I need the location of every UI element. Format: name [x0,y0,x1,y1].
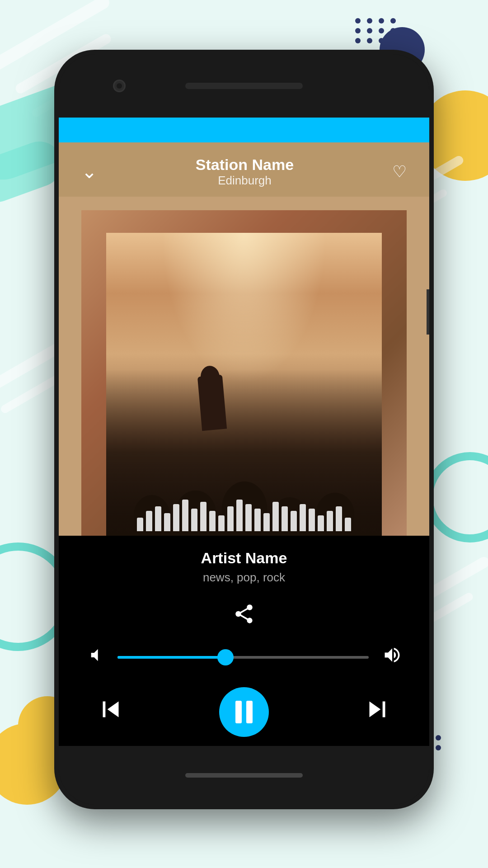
wave-bar [291,511,297,531]
wave-bar [191,509,197,531]
wave-bar [182,500,188,531]
wave-bar [254,509,261,531]
wave-bar [236,500,243,531]
genre-tags-label: news, pop, rock [81,571,407,585]
album-image-inner [106,233,382,536]
station-location-label: Edinburgh [196,174,294,188]
wave-bar [164,513,170,531]
header-section: ⌄ Station Name Edinburgh ♡ [59,142,429,197]
wave-bar [137,518,143,531]
album-art [81,210,407,536]
camera [113,80,126,92]
volume-slider[interactable] [117,656,369,659]
wave-bar [345,518,351,531]
wave-bar [300,504,306,531]
wave-bar [245,504,252,531]
home-indicator[interactable] [185,773,303,778]
wave-bar [200,502,206,531]
wave-bar [146,511,152,531]
wave-bar [272,502,279,531]
track-info: Artist Name news, pop, rock [59,536,429,598]
forward-button[interactable] [361,693,393,731]
pause-button[interactable] [219,687,269,737]
album-section [59,197,429,536]
wave-bar [263,513,270,531]
share-container [59,598,429,636]
pause-bar-left [235,701,242,723]
wave-bar [282,506,288,531]
wave-bar [173,504,179,531]
favorite-button[interactable]: ♡ [392,162,407,181]
wave-bar [209,511,216,531]
wave-bar [309,509,315,531]
wave-bar [327,511,333,531]
chevron-down-icon[interactable]: ⌄ [81,162,97,181]
wave-bar [155,506,161,531]
volume-high-icon[interactable] [382,645,402,669]
artist-name-label: Artist Name [81,549,407,567]
volume-fill [117,656,225,659]
side-button[interactable] [427,289,429,335]
waveform [81,500,407,536]
wave-bar [227,506,234,531]
pause-bar-right [246,701,253,723]
share-icon [233,603,255,625]
station-info: Station Name Edinburgh [196,156,294,188]
volume-control [59,636,429,678]
wave-bar [318,515,324,531]
wave-bar [336,506,342,531]
share-button[interactable] [233,603,255,627]
playback-controls [59,678,429,746]
pause-icon [235,701,253,723]
app-screen: ⌄ Station Name Edinburgh ♡ [59,118,429,746]
volume-low-icon[interactable] [86,646,104,668]
top-bezel [59,54,429,118]
bottom-bezel [59,746,429,805]
phone-frame: ⌄ Station Name Edinburgh ♡ [54,50,434,809]
volume-thumb[interactable] [217,649,234,665]
rewind-button[interactable] [95,693,127,731]
station-name-label: Station Name [196,156,294,174]
top-bar [59,118,429,142]
speaker-grill [185,83,303,89]
wave-bar [218,515,225,531]
